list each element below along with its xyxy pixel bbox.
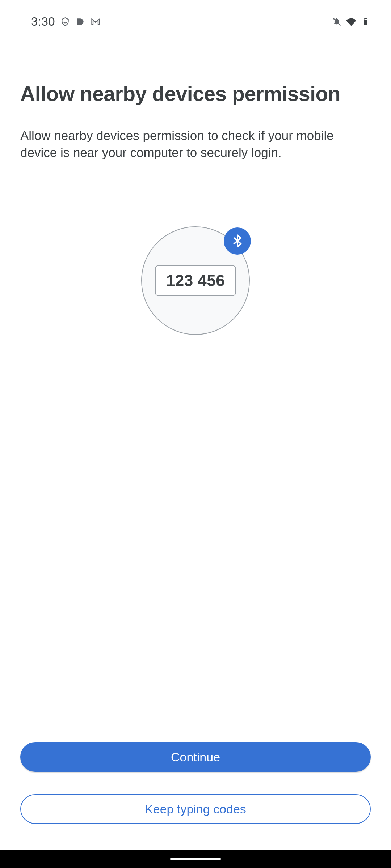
illustration: 123 456 — [20, 226, 371, 335]
illustration-circle: 123 456 — [141, 226, 250, 335]
battery-icon — [361, 17, 371, 27]
wifi-icon — [346, 17, 356, 27]
svg-rect-3 — [365, 19, 367, 20]
gmail-icon — [91, 17, 101, 27]
notifications-off-icon — [332, 17, 342, 27]
status-time: 3:30 — [31, 15, 55, 29]
button-container: Continue Keep typing codes — [20, 742, 371, 824]
code-display: 123 456 — [155, 265, 236, 296]
status-bar-right — [332, 17, 371, 27]
shield-icon — [60, 17, 70, 27]
keep-typing-codes-button[interactable]: Keep typing codes — [20, 794, 371, 824]
status-bar: 3:30 — [0, 0, 391, 33]
page-description: Allow nearby devices permission to check… — [20, 127, 371, 161]
bluetooth-icon — [224, 227, 251, 255]
content-area: Allow nearby devices permission Allow ne… — [0, 81, 391, 335]
continue-button[interactable]: Continue — [20, 742, 371, 772]
nav-handle[interactable] — [170, 858, 221, 860]
navigation-bar — [0, 850, 391, 868]
svg-rect-2 — [365, 18, 366, 19]
status-bar-left: 3:30 — [31, 15, 101, 29]
page-title: Allow nearby devices permission — [20, 81, 371, 107]
d-icon — [75, 17, 85, 27]
